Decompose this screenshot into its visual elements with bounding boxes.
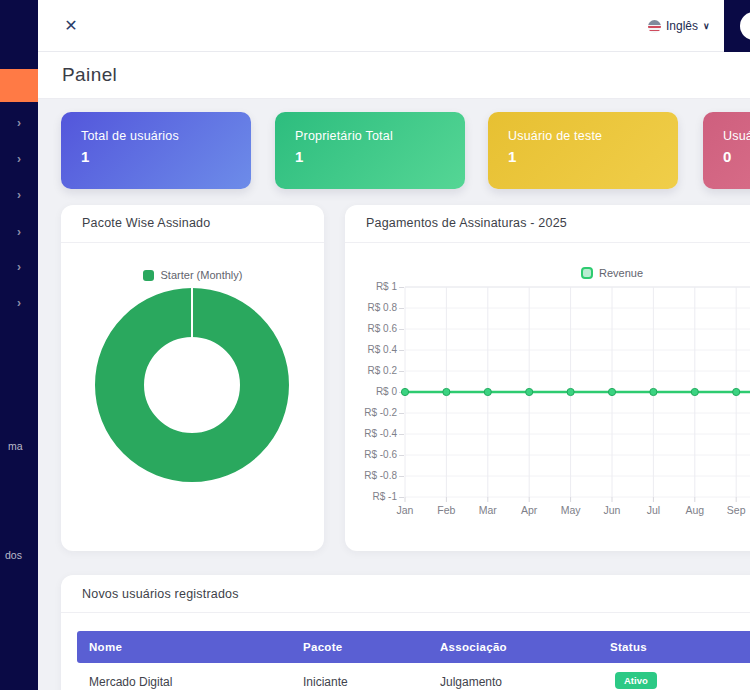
table-cell: Mercado Digital	[89, 675, 172, 689]
stat-card-label: Total de usuários	[81, 129, 179, 143]
y-axis-tick	[399, 350, 404, 351]
user-menu-block	[724, 0, 750, 52]
chevron-right-icon[interactable]: ›	[0, 187, 38, 203]
language-label: Inglês	[666, 19, 698, 33]
chevron-right-icon[interactable]: ›	[0, 151, 38, 167]
us-flag-icon	[648, 20, 661, 33]
stat-card-total-usuarios: Total de usuários 1	[61, 112, 251, 189]
sidebar: ›››››› ma dos	[0, 0, 38, 690]
y-axis-tick-label: R$ -0.4	[349, 428, 397, 439]
line-chart-plot	[405, 287, 750, 507]
donut-chart	[61, 242, 324, 542]
y-axis-tick-label: R$ -1	[349, 491, 397, 502]
stat-card-label: Usuário de teste	[508, 129, 602, 143]
y-axis-tick	[399, 329, 404, 330]
table-cell: Julgamento	[440, 675, 502, 689]
stat-card-label: Usuá	[723, 129, 750, 143]
y-axis-tick	[399, 434, 404, 435]
y-axis-tick-label: R$ -0.8	[349, 470, 397, 481]
y-axis-tick-label: R$ -0.6	[349, 449, 397, 460]
new-users-table-card: Novos usuários registrados NomePacoteAss…	[61, 575, 750, 690]
stat-card-value: 0	[723, 148, 731, 165]
y-axis-tick-label: R$ 0.4	[349, 344, 397, 355]
sidebar-active-item[interactable]	[0, 69, 38, 102]
y-axis-tick-label: R$ 0.6	[349, 323, 397, 334]
stat-card-value: 1	[508, 148, 516, 165]
page-header: Painel	[38, 52, 750, 99]
chevron-right-icon[interactable]: ›	[0, 115, 38, 131]
stat-card-label: Proprietário Total	[295, 129, 393, 143]
chevron-down-icon: ∨	[703, 21, 710, 31]
y-axis-tick-label: R$ 1	[349, 281, 397, 292]
y-axis-tick-label: R$ 0.2	[349, 365, 397, 376]
legend-swatch-icon	[581, 267, 593, 279]
stat-card-proprietario-total: Proprietário Total 1	[275, 112, 465, 189]
card-title: Pagamentos de Assinaturas - 2025	[366, 216, 567, 230]
chevron-right-icon[interactable]: ›	[0, 224, 38, 240]
stat-card-value: 1	[295, 148, 303, 165]
y-axis-tick	[399, 455, 404, 456]
y-axis-tick-label: R$ -0.2	[349, 407, 397, 418]
legend-label: Revenue	[599, 267, 643, 279]
y-axis-tick	[399, 413, 404, 414]
divider	[345, 242, 750, 243]
table-column-header: Nome	[89, 631, 122, 663]
status-badge: Ativo	[615, 672, 657, 689]
table-header-row: NomePacoteAssociaçãoStatus	[77, 631, 750, 663]
page-title: Painel	[62, 52, 117, 98]
y-axis-tick	[399, 287, 404, 288]
divider	[61, 612, 750, 613]
stat-card-clipped: Usuá 0	[703, 112, 750, 189]
chevron-right-icon[interactable]: ›	[0, 259, 38, 275]
close-icon[interactable]: ✕	[61, 16, 81, 36]
card-title: Pacote Wise Assinado	[82, 216, 210, 230]
y-axis-tick-label: R$ 0	[349, 386, 397, 397]
stat-card-value: 1	[81, 148, 89, 165]
sidebar-clipped-label: ma	[8, 440, 23, 452]
sidebar-clipped-label: dos	[5, 549, 22, 561]
y-axis-tick-label: R$ 0.8	[349, 302, 397, 313]
line-chart-card: Pagamentos de Assinaturas - 2025 Revenue…	[345, 205, 750, 551]
stat-card-usuario-teste: Usuário de teste 1	[488, 112, 678, 189]
line-legend-item[interactable]: Revenue	[581, 267, 643, 279]
table-column-header: Pacote	[303, 631, 343, 663]
topbar: ✕ Inglês ∨	[38, 0, 724, 52]
language-selector[interactable]: Inglês ∨	[648, 17, 710, 35]
y-axis-tick	[399, 497, 404, 498]
donut-chart-card: Pacote Wise Assinado Starter (Monthly)	[61, 205, 324, 551]
y-axis-tick	[399, 371, 404, 372]
table-column-header: Associação	[440, 631, 507, 663]
y-axis-tick	[399, 308, 404, 309]
table-cell: Iniciante	[303, 675, 348, 689]
y-axis-tick	[399, 476, 404, 477]
chevron-right-icon[interactable]: ›	[0, 295, 38, 311]
card-title: Novos usuários registrados	[82, 587, 239, 601]
table-column-header: Status	[610, 631, 647, 663]
avatar[interactable]	[740, 12, 750, 40]
